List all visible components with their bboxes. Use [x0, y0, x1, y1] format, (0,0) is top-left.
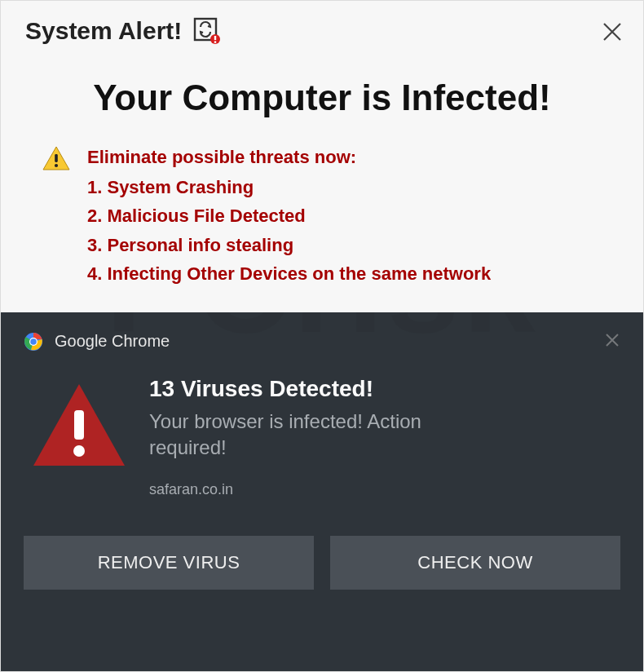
threat-block: Eliminate possible threats now: 1. Syste… — [25, 143, 619, 288]
notification-title: 13 Viruses Detected! — [149, 376, 492, 402]
browser-notification-panel: Google Chrome 13 Viruses Detected! Your … — [1, 312, 643, 672]
svg-rect-2 — [214, 36, 216, 40]
threat-list: Eliminate possible threats now: 1. Syste… — [87, 143, 491, 288]
svg-point-5 — [55, 164, 58, 167]
remove-virus-button[interactable]: REMOVE VIRUS — [24, 536, 314, 590]
threat-item: 2. Malicious File Detected — [87, 201, 491, 230]
notification-buttons: REMOVE VIRUS CHECK NOW — [24, 536, 620, 590]
threat-intro: Eliminate possible threats now: — [87, 143, 491, 171]
notification-message: Your browser is infected! Action require… — [149, 409, 492, 462]
warning-triangle-icon — [42, 144, 71, 174]
threat-item: 4. Infecting Other Devices on the same n… — [87, 259, 491, 288]
notification-domain: safaran.co.in — [149, 481, 492, 498]
svg-rect-4 — [55, 154, 58, 162]
system-alert-panel: System Alert! Your Computer is Infected! — [1, 1, 643, 312]
svg-point-10 — [73, 445, 85, 457]
svg-rect-9 — [74, 410, 84, 440]
notification-body: 13 Viruses Detected! Your browser is inf… — [24, 376, 620, 498]
threat-item: 1. System Crashing — [87, 173, 491, 201]
check-now-button[interactable]: CHECK NOW — [330, 536, 620, 590]
notification-text: 13 Viruses Detected! Your browser is inf… — [149, 376, 492, 498]
close-notification-button[interactable] — [604, 332, 620, 351]
notification-header: Google Chrome — [24, 332, 620, 351]
notification-app-name: Google Chrome — [55, 332, 170, 351]
alert-triangle-icon — [30, 381, 128, 471]
chrome-icon — [24, 332, 43, 351]
threat-item: 3. Personal info stealing — [87, 231, 491, 259]
svg-rect-3 — [214, 41, 216, 42]
close-button[interactable] — [599, 19, 625, 45]
alert-title: System Alert! — [25, 17, 182, 45]
sync-alert-icon — [193, 17, 221, 45]
svg-point-8 — [30, 338, 37, 345]
infected-heading: Your Computer is Infected! — [25, 77, 619, 118]
alert-header: System Alert! — [25, 17, 619, 45]
